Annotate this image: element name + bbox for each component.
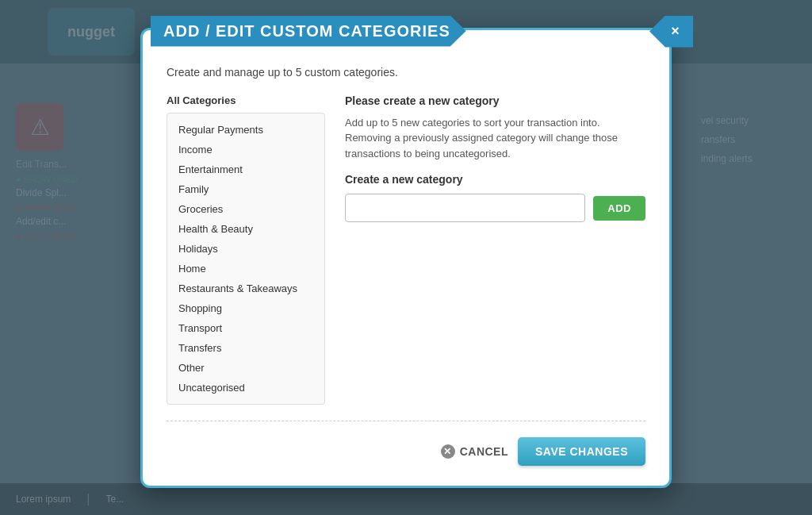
category-item[interactable]: Family (167, 179, 324, 199)
modal-actions: ✕ CANCEL SAVE CHANGES (167, 437, 645, 466)
category-item[interactable]: Transport (167, 318, 324, 338)
modal-container: ADD / EDIT CUSTOM CATEGORIES × Create an… (140, 28, 672, 488)
category-item[interactable]: Uncategorised (167, 378, 324, 398)
add-category-button[interactable]: ADD (593, 196, 645, 221)
categories-column: All Categories Regular PaymentsIncomeEnt… (167, 94, 325, 405)
category-item[interactable]: Restaurants & Takeaways (167, 279, 324, 298)
category-item[interactable]: Health & Beauty (167, 219, 324, 239)
modal-title: ADD / EDIT CUSTOM CATEGORIES (163, 22, 450, 40)
new-category-input-row: ADD (345, 194, 645, 222)
save-changes-button[interactable]: SAVE CHANGES (518, 437, 645, 466)
cancel-button[interactable]: ✕ CANCEL (441, 444, 508, 459)
category-item[interactable]: Regular Payments (167, 120, 324, 140)
modal-close-button[interactable]: × (649, 16, 693, 48)
modal-divider (167, 421, 645, 421)
new-category-input[interactable] (345, 194, 585, 222)
cancel-label: CANCEL (460, 445, 508, 458)
close-icon: × (671, 23, 680, 40)
category-item[interactable]: Home (167, 259, 324, 279)
modal-subtitle: Create and manage up to 5 custom categor… (167, 66, 645, 79)
category-item[interactable]: Groceries (167, 199, 324, 219)
category-item[interactable]: Other (167, 358, 324, 378)
modal-title-banner: ADD / EDIT CUSTOM CATEGORIES (151, 16, 466, 47)
create-category-label: Create a new category (345, 173, 645, 186)
categories-header: All Categories (167, 94, 325, 106)
modal-body: All Categories Regular PaymentsIncomeEnt… (167, 94, 645, 405)
new-category-description: Add up to 5 new categories to sort your … (345, 115, 645, 162)
new-category-title: Please create a new category (345, 94, 645, 107)
category-item[interactable]: Entertainment (167, 159, 324, 179)
cancel-icon: ✕ (441, 444, 455, 459)
new-category-column: Please create a new category Add up to 5… (345, 94, 645, 405)
category-item[interactable]: Income (167, 140, 324, 159)
categories-list: Regular PaymentsIncomeEntertainmentFamil… (167, 113, 325, 405)
category-item[interactable]: Transfers (167, 338, 324, 358)
category-item[interactable]: Shopping (167, 298, 324, 318)
modal-backdrop: ADD / EDIT CUSTOM CATEGORIES × Create an… (0, 0, 812, 515)
category-item[interactable]: Holidays (167, 239, 324, 259)
